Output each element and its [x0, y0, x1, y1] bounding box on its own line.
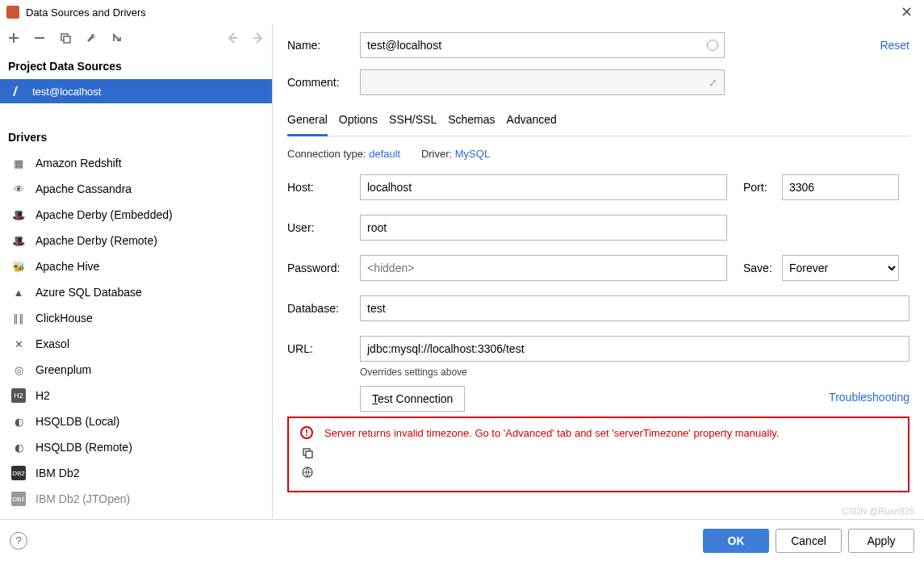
derby-icon: 🎩	[11, 233, 26, 248]
driver-item-db2[interactable]: DB2IBM Db2	[0, 460, 272, 486]
tab-ssh-ssl[interactable]: SSH/SSL	[389, 107, 437, 136]
error-icon: !	[300, 426, 313, 439]
close-icon[interactable]: ✕	[896, 3, 918, 21]
main-panel: Name: Reset Comment: ⤢ General Options S…	[273, 24, 924, 518]
host-input[interactable]	[360, 174, 727, 200]
host-label: Host:	[287, 181, 360, 194]
tab-general[interactable]: General	[287, 107, 328, 136]
wrench-icon[interactable]	[84, 31, 98, 45]
troubleshooting-link[interactable]: Troubleshooting	[829, 386, 909, 404]
clear-icon[interactable]	[707, 40, 718, 51]
reset-icon[interactable]	[110, 31, 124, 45]
cassandra-icon: 👁	[11, 182, 26, 196]
hsqldb-icon: ◐	[11, 440, 26, 454]
driver-item-hive[interactable]: 🐝Apache Hive	[0, 253, 272, 279]
driver-item-derby-embedded[interactable]: 🎩Apache Derby (Embedded)	[0, 202, 272, 228]
back-icon[interactable]	[225, 31, 240, 45]
copy-error-icon[interactable]	[302, 447, 315, 460]
save-label: Save:	[743, 262, 782, 274]
help-icon[interactable]: ?	[10, 532, 27, 550]
driver-item-clickhouse[interactable]: ∥∥ClickHouse	[0, 305, 272, 331]
project-data-sources-header: Project Data Sources	[0, 52, 272, 79]
comment-input[interactable]: ⤢	[360, 69, 725, 95]
svg-rect-3	[306, 451, 312, 458]
user-label: User:	[287, 221, 360, 234]
driver-item-azure[interactable]: ▲Azure SQL Database	[0, 279, 272, 305]
port-label: Port:	[743, 181, 782, 194]
name-input[interactable]	[360, 32, 725, 58]
hsqldb-icon: ◐	[11, 414, 26, 429]
error-panel: ! Server returns invalid timezone. Go to…	[287, 417, 909, 492]
error-text: Server returns invalid timezone. Go to '…	[324, 427, 779, 439]
password-input[interactable]	[360, 255, 727, 281]
tab-advanced[interactable]: Advanced	[507, 107, 557, 136]
ok-button[interactable]: OK	[703, 529, 769, 553]
comment-label: Comment:	[287, 76, 360, 89]
drivers-list: ▦Amazon Redshift 👁Apache Cassandra 🎩Apac…	[0, 150, 272, 518]
password-label: Password:	[287, 262, 360, 274]
remove-icon[interactable]	[32, 31, 47, 45]
sidebar: Project Data Sources test@localhost Driv…	[0, 24, 273, 518]
name-label: Name:	[287, 39, 360, 52]
forward-icon[interactable]	[251, 31, 265, 45]
port-input[interactable]	[782, 174, 899, 200]
driver-item-exasol[interactable]: ✕Exasol	[0, 331, 272, 357]
tabs: General Options SSH/SSL Schemas Advanced	[287, 107, 909, 136]
url-input[interactable]	[360, 336, 909, 362]
save-select[interactable]: Forever	[782, 255, 899, 281]
redshift-icon: ▦	[11, 156, 26, 170]
driver-item-hsqldb-local[interactable]: ◐HSQLDB (Local)	[0, 408, 272, 434]
driver-item-hsqldb-remote[interactable]: ◐HSQLDB (Remote)	[0, 434, 272, 460]
driver-item-amazon-redshift[interactable]: ▦Amazon Redshift	[0, 150, 272, 176]
drivers-header: Drivers	[0, 123, 272, 150]
app-icon	[6, 6, 19, 19]
h2-icon: H2	[11, 388, 26, 403]
derby-icon: 🎩	[11, 207, 26, 222]
driver-item-greenplum[interactable]: ◎Greenplum	[0, 357, 272, 383]
tab-options[interactable]: Options	[339, 107, 378, 136]
data-source-label: test@localhost	[32, 86, 101, 98]
cancel-button[interactable]: Cancel	[776, 529, 842, 553]
database-icon	[11, 85, 24, 98]
window-title: Data Sources and Drivers	[26, 6, 146, 19]
sidebar-toolbar	[0, 24, 272, 52]
database-label: Database:	[287, 302, 360, 315]
test-connection-button[interactable]: TTest Connectionest Connection	[360, 386, 465, 412]
data-source-item[interactable]: test@localhost	[0, 79, 272, 103]
expand-icon[interactable]: ⤢	[709, 77, 717, 89]
hive-icon: 🐝	[11, 259, 26, 274]
greenplum-icon: ◎	[11, 362, 26, 377]
exasol-icon: ✕	[11, 337, 26, 351]
database-input[interactable]	[360, 295, 909, 321]
driver-item-cassandra[interactable]: 👁Apache Cassandra	[0, 176, 272, 202]
globe-icon[interactable]	[302, 467, 315, 479]
connection-type-label: Connection type:	[287, 148, 366, 160]
reset-link[interactable]: Reset	[880, 39, 909, 52]
driver-link[interactable]: MySQL	[455, 148, 490, 160]
azure-icon: ▲	[11, 285, 26, 299]
db2-icon: DB2	[11, 466, 26, 480]
url-label: URL:	[287, 342, 360, 355]
apply-button[interactable]: Apply	[848, 529, 914, 553]
tab-schemas[interactable]: Schemas	[448, 107, 495, 136]
footer: ? OK Cancel Apply	[0, 519, 924, 561]
driver-item-db2-jtopen[interactable]: DB2IBM Db2 (JTOpen)	[0, 486, 272, 512]
connection-type-link[interactable]: default	[369, 148, 400, 160]
add-icon[interactable]	[6, 31, 21, 45]
user-input[interactable]	[360, 215, 727, 241]
driver-item-h2[interactable]: H2H2	[0, 383, 272, 408]
driver-item-derby-remote[interactable]: 🎩Apache Derby (Remote)	[0, 228, 272, 253]
svg-rect-1	[64, 36, 70, 43]
copy-icon[interactable]	[58, 31, 73, 45]
url-hint: Overrides settings above	[360, 366, 909, 378]
titlebar: Data Sources and Drivers ✕	[0, 0, 924, 24]
connection-info: Connection type: default Driver: MySQL	[287, 148, 909, 160]
db2-icon: DB2	[11, 492, 26, 506]
driver-label: Driver:	[421, 148, 452, 160]
clickhouse-icon: ∥∥	[11, 311, 26, 325]
